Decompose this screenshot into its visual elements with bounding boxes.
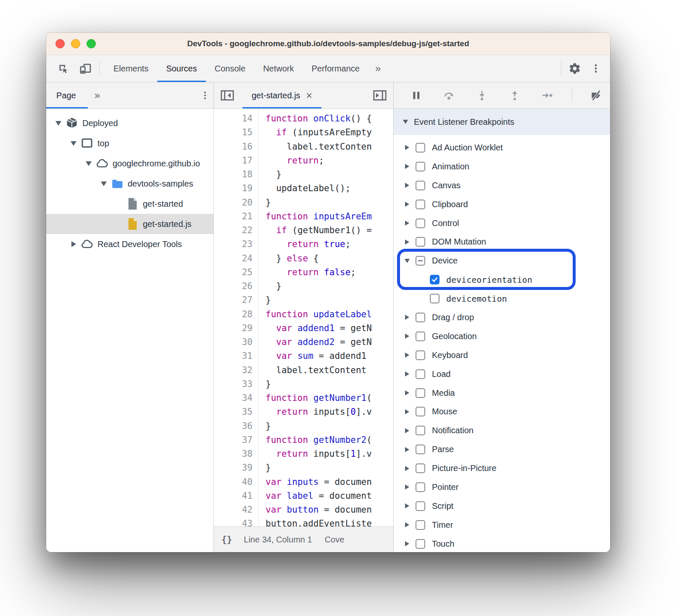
pause-icon[interactable] xyxy=(408,87,425,104)
line-number[interactable]: 30 xyxy=(214,335,253,349)
more-panels-button[interactable]: » xyxy=(368,63,387,74)
breakpoint-row-touch[interactable]: Touch xyxy=(394,534,610,552)
tab-console[interactable]: Console xyxy=(206,55,254,82)
line-number[interactable]: 32 xyxy=(214,363,253,377)
chevron-right-icon[interactable] xyxy=(402,390,412,395)
line-number[interactable]: 34 xyxy=(214,391,253,405)
close-tab-icon[interactable]: × xyxy=(306,90,313,101)
line-number[interactable]: 16 xyxy=(214,140,253,154)
line-number[interactable]: 19 xyxy=(214,182,253,195)
line-number[interactable]: 40 xyxy=(214,475,253,489)
breakpoint-row-deviceorientation[interactable]: deviceorientation xyxy=(394,270,610,289)
breakpoint-row-mouse[interactable]: Mouse xyxy=(394,402,610,421)
checkbox-unchecked[interactable] xyxy=(416,181,425,190)
collapse-section-icon[interactable] xyxy=(403,120,408,124)
line-number[interactable]: 36 xyxy=(214,419,253,433)
step-icon[interactable] xyxy=(539,87,556,104)
breakpoint-row-parse[interactable]: Parse xyxy=(394,440,610,459)
minimize-window-button[interactable] xyxy=(71,39,80,48)
chevron-down-icon[interactable] xyxy=(402,259,412,263)
breakpoint-row-picture-in-picture[interactable]: Picture-in-Picture xyxy=(394,459,610,478)
breakpoint-row-device[interactable]: Device xyxy=(394,251,610,270)
checkbox-unchecked[interactable] xyxy=(416,407,425,416)
chevron-down-icon[interactable] xyxy=(98,182,109,186)
tree-item-top[interactable]: top xyxy=(46,133,213,153)
chevron-right-icon[interactable] xyxy=(402,145,412,150)
chevron-right-icon[interactable] xyxy=(402,447,412,452)
line-number[interactable]: 29 xyxy=(214,321,253,335)
tree-item-get-started-js[interactable]: get-started.js xyxy=(46,214,213,234)
tab-elements[interactable]: Elements xyxy=(105,55,157,82)
checkbox-unchecked[interactable] xyxy=(416,162,425,171)
chevron-right-icon[interactable] xyxy=(402,353,412,358)
navigator-more-tabs-button[interactable]: » xyxy=(88,90,107,101)
deactivate-breakpoints-icon[interactable] xyxy=(588,87,605,104)
breakpoint-row-keyboard[interactable]: Keyboard xyxy=(394,346,610,365)
breakpoint-row-pointer[interactable]: Pointer xyxy=(394,478,610,497)
chevron-right-icon[interactable] xyxy=(402,541,412,546)
line-number[interactable]: 14 xyxy=(214,112,253,126)
chevron-right-icon[interactable] xyxy=(402,202,412,207)
checkbox-unchecked[interactable] xyxy=(416,237,425,247)
chevron-right-icon[interactable] xyxy=(402,466,412,471)
chevron-right-icon[interactable] xyxy=(68,241,79,247)
line-number[interactable]: 39 xyxy=(214,461,253,475)
checkbox-unchecked[interactable] xyxy=(416,332,425,341)
tree-item-react-developer-tools[interactable]: React Developer Tools xyxy=(46,234,213,254)
chevron-down-icon[interactable] xyxy=(68,141,79,146)
line-number[interactable]: 22 xyxy=(214,224,253,237)
checkbox-unchecked[interactable] xyxy=(416,501,425,511)
checkbox-unchecked[interactable] xyxy=(416,143,425,153)
line-number[interactable]: 35 xyxy=(214,405,253,419)
line-number[interactable]: 20 xyxy=(214,196,253,210)
checkbox-unchecked[interactable] xyxy=(416,200,425,209)
line-number[interactable]: 38 xyxy=(214,447,253,461)
line-number[interactable]: 42 xyxy=(214,503,253,517)
breakpoint-row-animation[interactable]: Animation xyxy=(394,157,610,176)
checkbox-unchecked[interactable] xyxy=(416,350,425,360)
more-options-icon[interactable] xyxy=(587,60,604,77)
chevron-right-icon[interactable] xyxy=(402,315,412,320)
line-number[interactable]: 27 xyxy=(214,293,253,307)
breakpoint-row-script[interactable]: Script xyxy=(394,497,610,516)
settings-gear-icon[interactable] xyxy=(566,60,583,77)
device-toolbar-icon[interactable] xyxy=(77,60,94,77)
event-listener-breakpoints-header[interactable]: Event Listener Breakpoints xyxy=(394,109,610,135)
line-number[interactable]: 18 xyxy=(214,168,253,182)
checkbox-unchecked[interactable] xyxy=(416,388,425,398)
breakpoint-row-geolocation[interactable]: Geolocation xyxy=(394,327,610,346)
breakpoint-row-control[interactable]: Control xyxy=(394,214,610,233)
chevron-right-icon[interactable] xyxy=(402,221,412,226)
checkbox-unchecked[interactable] xyxy=(416,426,425,435)
checkbox-unchecked[interactable] xyxy=(416,463,425,473)
breakpoint-row-canvas[interactable]: Canvas xyxy=(394,176,610,195)
line-number[interactable]: 26 xyxy=(214,279,253,293)
kebab-menu-icon[interactable] xyxy=(197,87,213,104)
chevron-right-icon[interactable] xyxy=(402,522,412,527)
checkbox-unchecked[interactable] xyxy=(416,539,425,549)
line-number[interactable]: 31 xyxy=(214,349,253,363)
line-number[interactable]: 24 xyxy=(214,252,253,266)
step-out-icon[interactable] xyxy=(506,87,523,104)
breakpoint-row-dom-mutation[interactable]: DOM Mutation xyxy=(394,232,610,251)
chevron-right-icon[interactable] xyxy=(402,409,412,414)
tab-get-started-js[interactable]: get-started.js × xyxy=(242,82,321,108)
close-window-button[interactable] xyxy=(55,39,65,48)
line-number[interactable]: 23 xyxy=(214,237,253,251)
breakpoint-row-devicemotion[interactable]: devicemotion xyxy=(394,289,610,308)
checkbox-unchecked[interactable] xyxy=(416,482,425,492)
step-over-icon[interactable] xyxy=(441,87,458,104)
line-number[interactable]: 25 xyxy=(214,266,253,279)
line-number[interactable]: 41 xyxy=(214,489,253,503)
inspect-icon[interactable] xyxy=(55,60,71,77)
chevron-right-icon[interactable] xyxy=(402,164,412,169)
breakpoint-row-media[interactable]: Media xyxy=(394,384,610,403)
line-number[interactable]: 28 xyxy=(214,308,253,321)
checkbox-unchecked[interactable] xyxy=(416,313,425,322)
tab-performance[interactable]: Performance xyxy=(303,55,369,82)
line-number[interactable]: 21 xyxy=(214,210,253,224)
line-number[interactable]: 33 xyxy=(214,377,253,391)
chevron-right-icon[interactable] xyxy=(402,484,412,490)
chevron-down-icon[interactable] xyxy=(53,121,64,126)
checkbox-indeterminate[interactable] xyxy=(416,256,425,266)
